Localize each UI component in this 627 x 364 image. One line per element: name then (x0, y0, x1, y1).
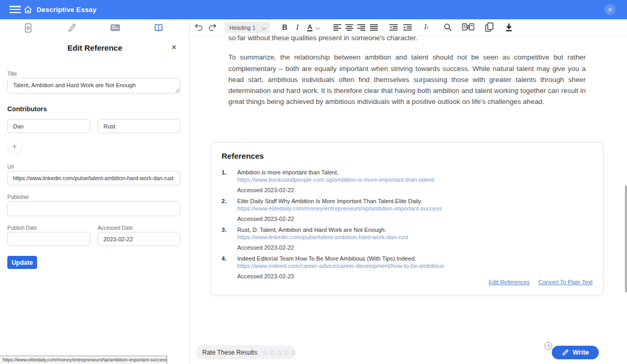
contributors-label: Contributors (7, 105, 47, 113)
outdent-icon[interactable] (388, 19, 399, 35)
reference-number: 2. (222, 197, 237, 224)
reference-item: 3. Rust, D. Talent, Ambition and Hard Wo… (222, 226, 587, 252)
panel-close-icon[interactable]: × (169, 43, 179, 52)
rate-results-label: Rate These Results (202, 349, 257, 356)
star-rating-icon[interactable]: ☆ (269, 349, 276, 356)
title-field[interactable]: Talent, Ambition and Hard Work are Not E… (7, 78, 180, 93)
help-icon[interactable]: ? (544, 342, 552, 350)
contributor-last-field[interactable] (98, 119, 180, 133)
copy-icon[interactable] (483, 19, 495, 35)
reference-item: 1. Ambition is more important than Talen… (222, 169, 587, 195)
contributor-first-field[interactable] (7, 119, 90, 133)
write-button-label: Write (573, 349, 589, 356)
write-button[interactable]: Write (552, 346, 599, 359)
tab-edit[interactable] (65, 21, 78, 34)
document-title: Descriptive Essay (37, 0, 97, 19)
reference-item: 4. Indeed Editorial Team How To Be More … (222, 255, 587, 281)
tab-references[interactable] (152, 21, 165, 34)
publisher-label: Publisher (7, 194, 29, 200)
edit-reference-panel: Edit Reference × Title Talent, Ambition … (0, 19, 190, 364)
reference-number: 1. (222, 169, 237, 195)
align-justify-icon[interactable] (368, 19, 379, 35)
heading-style-value: Heading 1 (229, 25, 256, 31)
heading-style-dropdown[interactable]: Heading 1 (225, 22, 270, 33)
reference-title: Ambition is more important than Talent. (237, 169, 587, 176)
status-url-tooltip: https://www.elitedaily.com/money/entrepr… (0, 356, 167, 364)
close-app-icon[interactable]: × (605, 4, 616, 15)
align-center-icon[interactable] (343, 19, 355, 35)
references-list: 1. Ambition is more important than Talen… (222, 169, 587, 284)
convert-plain-text-link[interactable]: Convert To Plain Text (538, 279, 593, 285)
tab-cards[interactable] (108, 21, 122, 34)
italic-button[interactable]: I (294, 19, 301, 35)
font-color-dropdown[interactable]: A (305, 19, 322, 35)
panel-title: Edit Reference (0, 43, 190, 52)
app-window: Descriptive Essay × Edit Reference × Tit… (0, 0, 627, 364)
home-icon[interactable] (23, 5, 33, 15)
update-button[interactable]: Update (7, 256, 37, 269)
editor-toolbar: Heading 1 B I A Ix (190, 19, 627, 36)
reference-url-link[interactable]: https://www.indeed.com/career-advice/car… (237, 262, 587, 270)
tab-document-settings[interactable] (21, 21, 35, 34)
publish-date-field[interactable] (7, 232, 90, 246)
compare-documents-icon[interactable] (461, 19, 475, 35)
undo-icon[interactable] (193, 19, 204, 35)
accessed-date-field[interactable] (98, 232, 180, 246)
references-card: References 1. Ambition is more important… (211, 142, 603, 295)
font-color-button[interactable]: A (307, 24, 312, 31)
chevron-down-icon (316, 26, 320, 29)
reference-number: 3. (222, 226, 237, 252)
reference-url-link[interactable]: https://www.booksandpeople.com.sg/ambiti… (237, 176, 587, 184)
bold-button[interactable]: B (280, 19, 289, 35)
document-paragraph: To summarize, the relationship between a… (228, 52, 586, 107)
reference-title: Elite Daily Staff Why Ambition Is More I… (237, 197, 587, 205)
reference-title: Indeed Editorial Team How To Be More Amb… (237, 255, 587, 262)
references-actions: Edit References Convert To Plain Text (481, 279, 593, 285)
clear-formatting-icon[interactable]: Ix (421, 19, 432, 35)
title-label: Title (7, 71, 17, 77)
reference-accessed: Accessed 2023-02-22 (237, 216, 587, 222)
star-rating-icon[interactable]: ☆ (262, 349, 269, 356)
align-left-icon[interactable] (331, 19, 343, 35)
top-bar: Descriptive Essay × (0, 0, 627, 19)
star-rating-icon[interactable]: ☆ (283, 349, 290, 356)
scrollbar-thumb[interactable] (625, 185, 627, 292)
reference-accessed: Accessed 2023-02-22 (237, 244, 587, 251)
publish-date-label: Publish Date (7, 225, 37, 231)
redo-icon[interactable] (207, 19, 217, 35)
sidebar-tabs (0, 19, 190, 35)
publisher-field[interactable] (7, 201, 180, 216)
rate-results-pill: Rate These Results ☆ ☆ ☆ ☆ ☆ (196, 345, 295, 359)
reference-title: Rust, D. Talent, Ambition and Hard Work … (237, 226, 587, 233)
reference-url-link[interactable]: https://www.linkedin.com/pulse/talent-am… (237, 233, 587, 241)
star-rating-icon[interactable]: ☆ (290, 349, 297, 356)
download-icon[interactable] (503, 19, 515, 35)
url-label: Url (7, 164, 14, 170)
accessed-date-label: Accessed Date (98, 225, 133, 231)
edit-references-link[interactable]: Edit References (489, 279, 529, 285)
reference-url-link[interactable]: https://www.elitedaily.com/money/entrepr… (237, 205, 587, 213)
references-heading: References (222, 151, 264, 160)
reference-accessed: Accessed 2023-02-22 (237, 187, 587, 193)
reference-item: 2. Elite Daily Staff Why Ambition Is Mor… (222, 197, 587, 224)
star-rating-icon[interactable]: ☆ (276, 349, 283, 356)
pen-icon (562, 349, 569, 356)
chevron-down-icon (262, 26, 266, 29)
indent-icon[interactable] (402, 19, 413, 35)
add-contributor-button[interactable]: + (7, 139, 22, 154)
reference-number: 4. (222, 255, 237, 281)
menu-icon[interactable] (9, 6, 21, 14)
align-right-icon[interactable] (355, 19, 367, 35)
url-field[interactable] (7, 171, 180, 185)
search-icon[interactable] (442, 19, 454, 35)
